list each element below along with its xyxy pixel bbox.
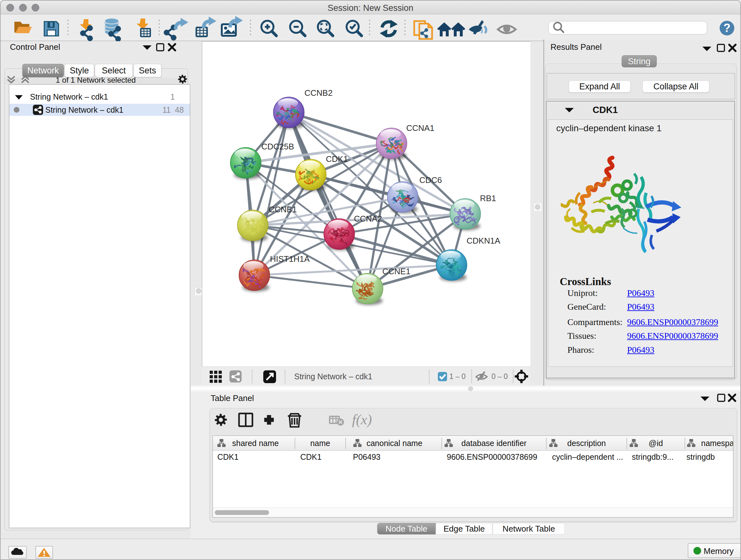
svg-text:f(x): f(x) [352, 412, 372, 428]
svg-text:CCNE1: CCNE1 [382, 266, 410, 276]
svg-text:CCNB2: CCNB2 [305, 88, 333, 98]
svg-text:RB1: RB1 [480, 193, 496, 203]
svg-text:CCNA1: CCNA1 [406, 123, 434, 133]
svg-text:CCNA2: CCNA2 [354, 214, 382, 224]
svg-text:1 – 0: 1 – 0 [449, 372, 466, 381]
svg-text:CDC6: CDC6 [419, 175, 442, 185]
svg-text:HIST1H1A: HIST1H1A [270, 254, 310, 264]
svg-text:CCNB1: CCNB1 [269, 205, 297, 214]
svg-text:CDKN1A: CDKN1A [467, 236, 500, 246]
svg-text:String Network – cdk1: String Network – cdk1 [294, 372, 373, 381]
svg-text:CDC25B: CDC25B [261, 142, 294, 151]
svg-text:?: ? [724, 21, 731, 35]
svg-text:0 – 0: 0 – 0 [491, 372, 508, 381]
svg-text:CDK1: CDK1 [326, 154, 348, 164]
